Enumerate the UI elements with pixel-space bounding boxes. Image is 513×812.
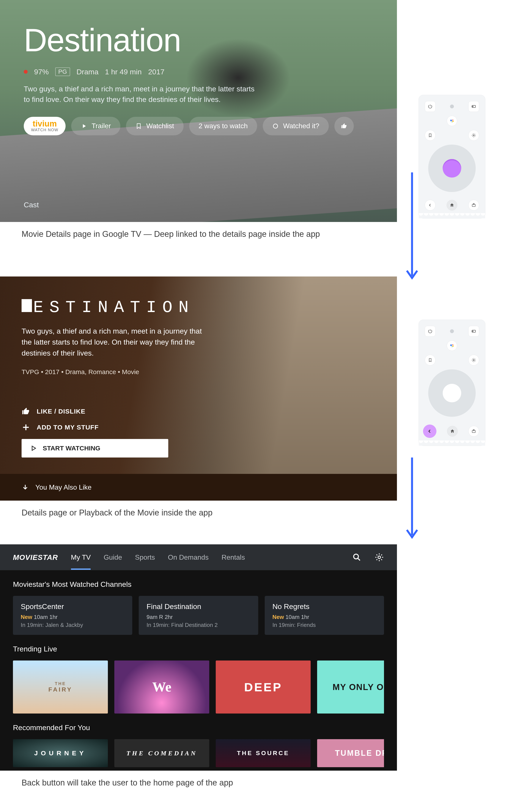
- assistant-button[interactable]: [447, 341, 457, 351]
- mic-hole-icon: [450, 105, 454, 108]
- svg-point-5: [452, 121, 452, 122]
- card-title: No Regrets: [272, 602, 376, 611]
- channel-card[interactable]: SportsCenter New 10am 1hr In 19min: Jale…: [13, 596, 132, 635]
- home-button[interactable]: [447, 200, 457, 210]
- movie-title: ESTINATION: [22, 298, 397, 317]
- card-title: SportsCenter: [21, 602, 125, 611]
- top-nav: MOVIESTAR My TV Guide Sports On Demands …: [0, 544, 397, 570]
- dpad-ring[interactable]: [428, 145, 476, 192]
- settings-button[interactable]: [468, 130, 479, 141]
- svg-point-2: [450, 120, 452, 121]
- svg-point-4: [452, 121, 454, 122]
- settings-button[interactable]: [468, 355, 479, 366]
- caption-1: Movie Details page in Google TV — Deep l…: [0, 222, 397, 240]
- watched-it-button[interactable]: Watched it?: [263, 117, 329, 135]
- rating-chip: PG: [55, 67, 70, 76]
- card-title: Final Destination: [146, 602, 250, 611]
- remote-1: [418, 95, 485, 219]
- start-watching-button[interactable]: START WATCHING: [22, 439, 168, 458]
- poster-tile[interactable]: TUMBLE DRY: [317, 739, 384, 767]
- movie-year: 2017: [148, 68, 165, 76]
- svg-point-11: [452, 345, 454, 347]
- tab-sports[interactable]: Sports: [135, 545, 155, 570]
- section-trending-title: Trending Live: [13, 645, 384, 653]
- remote-2: [418, 320, 485, 446]
- tab-rentals[interactable]: Rentals: [221, 545, 245, 570]
- assistant-button[interactable]: [447, 116, 457, 126]
- watchlist-button[interactable]: Watchlist: [126, 117, 184, 135]
- svg-point-3: [452, 120, 453, 120]
- movie-genre: Drama: [77, 68, 99, 76]
- movie-description: Two guys, a thief and a rich man, meet i…: [22, 326, 211, 358]
- cast-heading: Cast: [24, 201, 39, 209]
- svg-point-9: [450, 344, 452, 346]
- more-button[interactable]: [334, 117, 354, 135]
- back-button[interactable]: [425, 200, 436, 210]
- caption-3: Back button will take the user to the ho…: [0, 771, 397, 788]
- svg-point-0: [273, 124, 278, 128]
- power-button[interactable]: [425, 326, 436, 337]
- section-most-watched-title: Moviestar's Most Watched Channels: [13, 580, 384, 588]
- input-button[interactable]: [468, 326, 479, 337]
- poster-tile[interactable]: We: [114, 661, 209, 714]
- input-button[interactable]: [468, 101, 479, 112]
- poster-tile[interactable]: THE COMEDIAN: [114, 739, 209, 767]
- thumb-icon: [341, 123, 347, 129]
- mic-hole-icon: [450, 329, 454, 333]
- tv-button[interactable]: [468, 200, 479, 210]
- add-to-my-stuff-button[interactable]: ADD TO MY STUFF: [22, 423, 168, 432]
- bookmark-button[interactable]: [425, 130, 436, 141]
- tab-guide[interactable]: Guide: [104, 545, 122, 570]
- section-recommended-title: Recommended For You: [13, 723, 384, 732]
- svg-rect-14: [472, 431, 476, 433]
- flow-arrow-2-icon: [403, 458, 421, 544]
- you-may-also-like-row[interactable]: You May Also Like: [0, 474, 397, 501]
- poster-tile[interactable]: MY ONLY ONE: [317, 661, 384, 714]
- dpad-select-button[interactable]: [443, 384, 461, 402]
- tab-my-tv[interactable]: My TV: [71, 545, 91, 570]
- trailer-button[interactable]: Trailer: [71, 117, 120, 135]
- bookmark-button[interactable]: [425, 355, 436, 366]
- channel-card[interactable]: No Regrets New 10am 1hr In 19min: Friend…: [265, 596, 384, 635]
- tv-button[interactable]: [468, 426, 479, 437]
- thumb-up-icon: [22, 407, 30, 416]
- channel-card[interactable]: Final Destination 9am R 2hr In 19min: Fi…: [139, 596, 258, 635]
- poster-tile[interactable]: DEEP: [216, 661, 310, 714]
- google-tv-detail-screen: Destination 97% PG Drama 1 hr 49 min 201…: [0, 0, 397, 222]
- ways-to-watch-button[interactable]: 2 ways to watch: [189, 117, 258, 135]
- score-dot-icon: [24, 70, 28, 74]
- svg-rect-7: [472, 204, 476, 206]
- back-button-highlighted[interactable]: [423, 425, 436, 438]
- home-button[interactable]: [447, 426, 458, 437]
- poster-tile[interactable]: JOURNEY: [13, 739, 108, 767]
- provider-brand: tivium: [33, 120, 57, 128]
- like-dislike-button[interactable]: LIKE / DISLIKE: [22, 407, 168, 416]
- tab-on-demands[interactable]: On Demands: [168, 545, 209, 570]
- arrow-down-icon: [22, 484, 29, 491]
- bookmark-icon: [135, 123, 142, 129]
- app-home-screen: MOVIESTAR My TV Guide Sports On Demands …: [0, 544, 397, 771]
- provider-sub: WATCH NOW: [31, 128, 58, 132]
- in-app-detail-screen: ESTINATION Two guys, a thief and a rich …: [0, 277, 397, 501]
- dpad-ring[interactable]: [428, 369, 476, 417]
- movie-runtime: 1 hr 49 min: [105, 68, 142, 76]
- movie-meta: 97% PG Drama 1 hr 49 min 2017: [24, 67, 397, 76]
- movie-title: Destination: [24, 22, 397, 59]
- circle-icon: [272, 123, 279, 129]
- svg-point-16: [378, 556, 381, 559]
- poster-tile[interactable]: THEFAIRY: [13, 661, 108, 714]
- movie-description: Two guys, a thief and a rich man, meet i…: [24, 84, 257, 105]
- movie-meta: TVPG • 2017 • Drama, Romance • Movie: [22, 368, 397, 376]
- movie-score: 97%: [34, 68, 49, 76]
- power-button[interactable]: [425, 101, 436, 112]
- settings-button[interactable]: [375, 553, 384, 562]
- app-logo: MOVIESTAR: [13, 553, 58, 561]
- dpad-select-button[interactable]: [443, 159, 461, 178]
- poster-tile[interactable]: THE SOURCE: [216, 739, 310, 767]
- watch-now-button[interactable]: tivium WATCH NOW: [24, 117, 65, 135]
- search-button[interactable]: [352, 553, 361, 562]
- svg-point-13: [473, 359, 475, 361]
- svg-point-15: [354, 554, 358, 559]
- caption-2: Details page or Playback of the Movie in…: [0, 501, 397, 519]
- svg-point-10: [452, 344, 453, 345]
